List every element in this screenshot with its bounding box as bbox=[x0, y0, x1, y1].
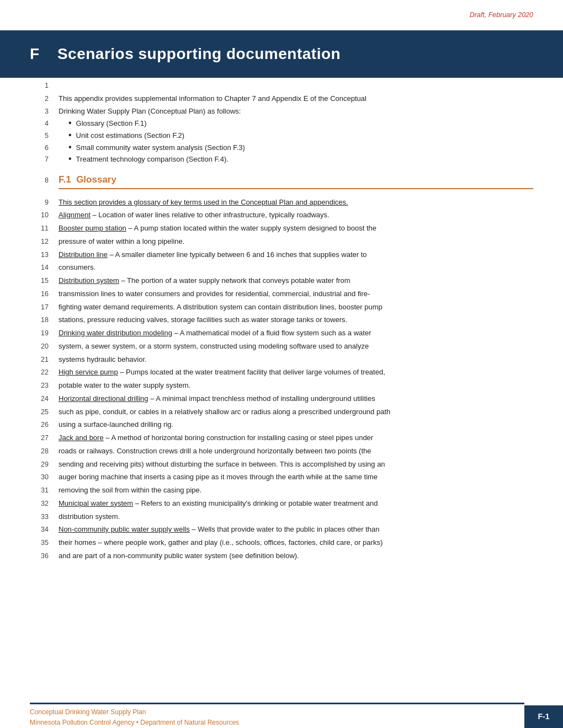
line-20: 20 system, a sewer system, or a storm sy… bbox=[30, 341, 533, 352]
footer-line2: Minnesota Pollution Control Agency • Dep… bbox=[30, 718, 524, 728]
line-1: 1 bbox=[30, 80, 533, 91]
line-9: 9 This section provides a glossary of ke… bbox=[30, 197, 533, 208]
glossary-section-heading: 8 F.1 Glossary bbox=[30, 173, 533, 189]
line-6: 6 • Small community water system analysi… bbox=[30, 142, 533, 153]
line-5: 5 • Unit cost estimations (Section F.2) bbox=[30, 130, 533, 141]
page-footer: Conceptual Drinking Water Supply Plan Mi… bbox=[0, 703, 563, 728]
line-29: 29 sending and receiving pits) without d… bbox=[30, 459, 533, 470]
line-35: 35 their homes – where people work, gath… bbox=[30, 537, 533, 548]
line-28: 28 roads or railways. Construction crews… bbox=[30, 446, 533, 457]
line-15: 15 Distribution system – The portion of … bbox=[30, 275, 533, 286]
line-10: 10 Alignment – Location of water lines r… bbox=[30, 210, 533, 221]
line-17: 17 fighting water demand requirements. A… bbox=[30, 302, 533, 313]
line-21: 21 systems hydraulic behavior. bbox=[30, 354, 533, 365]
line-25: 25 such as pipe, conduit, or cables in a… bbox=[30, 406, 533, 417]
content-area: 1 2 This appendix provides supplemental … bbox=[0, 80, 563, 561]
footer-left: Conceptual Drinking Water Supply Plan Mi… bbox=[30, 703, 524, 728]
line-26: 26 using a surface-launched drilling rig… bbox=[30, 419, 533, 430]
line-24: 24 Horizontal directional drilling – A m… bbox=[30, 393, 533, 404]
line-19: 19 Drinking water distribution modeling … bbox=[30, 328, 533, 339]
line-27: 27 Jack and bore – A method of horizonta… bbox=[30, 432, 533, 443]
line-32: 32 Municipal water system – Refers to an… bbox=[30, 498, 533, 509]
appendix-title: Scenarios supporting documentation bbox=[57, 45, 341, 62]
line-34: 34 Non-community public water supply wel… bbox=[30, 524, 533, 535]
line-33: 33 distribution system. bbox=[30, 511, 533, 522]
line-31: 31 removing the soil from within the cas… bbox=[30, 485, 533, 496]
page-title: F Scenarios supporting documentation bbox=[30, 42, 533, 66]
line-3: 3 Drinking Water Supply Plan (Conceptual… bbox=[30, 106, 533, 117]
line-36: 36 and are part of a non-community publi… bbox=[30, 550, 533, 561]
line-12: 12 pressure of water within a long pipel… bbox=[30, 236, 533, 247]
line-4: 4 • Glossary (Section F.1) bbox=[30, 118, 533, 129]
line-13: 13 Distribution line – A smaller diamete… bbox=[30, 249, 533, 260]
line-18: 18 stations, pressure reducing valves, s… bbox=[30, 314, 533, 325]
page-header: F Scenarios supporting documentation bbox=[0, 30, 563, 78]
line-2: 2 This appendix provides supplemental in… bbox=[30, 93, 533, 104]
footer-line1: Conceptual Drinking Water Supply Plan bbox=[30, 707, 524, 718]
page: Draft, February 2020 F Scenarios support… bbox=[0, 0, 563, 728]
line-7: 7 • Treatment technology comparison (Sec… bbox=[30, 154, 533, 165]
draft-label: Draft, February 2020 bbox=[0, 0, 563, 20]
line-11: 11 Booster pump station – A pump station… bbox=[30, 223, 533, 234]
appendix-letter: F bbox=[30, 45, 40, 62]
line-14: 14 consumers. bbox=[30, 262, 533, 273]
line-16: 16 transmission lines to water consumers… bbox=[30, 288, 533, 299]
line-30: 30 auger boring machine that inserts a c… bbox=[30, 472, 533, 483]
line-22: 22 High service pump – Pumps located at … bbox=[30, 367, 533, 378]
footer-page-number: F-1 bbox=[524, 705, 563, 728]
line-23: 23 potable water to the water supply sys… bbox=[30, 380, 533, 391]
